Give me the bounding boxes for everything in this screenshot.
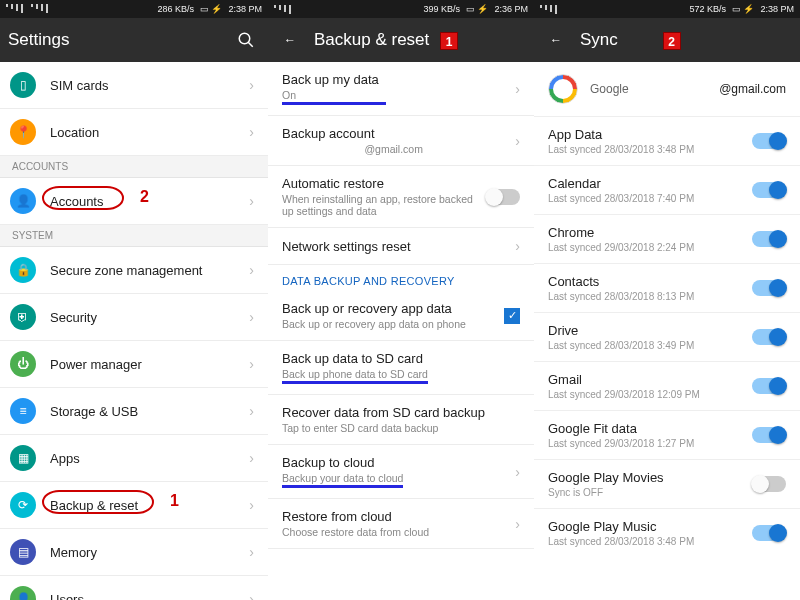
memory-icon: ▤ xyxy=(10,539,36,565)
back-icon[interactable]: ← xyxy=(276,26,304,54)
list-item-power[interactable]: ⏻Power manager› xyxy=(0,341,268,388)
item-sub: Back up or recovery app data on phone xyxy=(282,318,494,330)
item-backup-cloud[interactable]: Backup to cloud Backup your data to clou… xyxy=(268,445,534,499)
toggle-switch[interactable] xyxy=(752,133,786,149)
subheader-data-backup: DATA BACKUP AND RECOVERY xyxy=(268,265,534,291)
sync-item[interactable]: ChromeLast synced 29/03/2018 2:24 PM xyxy=(534,214,800,263)
storage-icon: ≡ xyxy=(10,398,36,424)
signal-icon xyxy=(274,5,292,14)
sync-item-label: Chrome xyxy=(548,225,742,240)
toggle-switch[interactable] xyxy=(752,476,786,492)
list-item-memory[interactable]: ▤Memory› xyxy=(0,529,268,576)
search-icon[interactable] xyxy=(232,26,260,54)
sync-item[interactable]: Google Fit dataLast synced 29/03/2018 1:… xyxy=(534,410,800,459)
item-label: SIM cards xyxy=(50,78,235,93)
battery-icon: ▭ ⚡ xyxy=(200,4,223,14)
back-icon[interactable]: ← xyxy=(542,26,570,54)
location-icon: 📍 xyxy=(10,119,36,145)
svg-line-1 xyxy=(248,42,253,47)
chevron-right-icon: › xyxy=(249,193,254,209)
net-speed: 572 KB/s xyxy=(689,4,726,14)
annotation-number: 1 xyxy=(170,492,179,510)
sync-item-label: Gmail xyxy=(548,372,742,387)
title-text: Sync xyxy=(580,30,618,49)
toggle-switch[interactable] xyxy=(752,329,786,345)
annotation-badge: 2 xyxy=(663,32,681,50)
sync-item-label: Google Play Music xyxy=(548,519,742,534)
toggle-switch[interactable] xyxy=(752,280,786,296)
chevron-right-icon: › xyxy=(249,497,254,513)
toggle-switch[interactable] xyxy=(752,378,786,394)
list-item-users[interactable]: 👤Users› xyxy=(0,576,268,600)
item-backup-account[interactable]: Backup account @gmail.com › xyxy=(268,116,534,166)
checkbox-checked[interactable]: ✓ xyxy=(504,308,520,324)
chevron-right-icon: › xyxy=(249,450,254,466)
sync-item-sub: Sync is OFF xyxy=(548,487,742,498)
item-automatic-restore[interactable]: Automatic restore When reinstalling an a… xyxy=(268,166,534,228)
sync-list: Google @gmail.com App DataLast synced 28… xyxy=(534,62,800,600)
sync-item[interactable]: CalendarLast synced 28/03/2018 7:40 PM xyxy=(534,165,800,214)
sync-item[interactable]: Google Play MusicLast synced 28/03/2018 … xyxy=(534,508,800,557)
sync-item[interactable]: GmailLast synced 29/03/2018 12:09 PM xyxy=(534,361,800,410)
item-label: Backup to cloud xyxy=(282,455,505,470)
list-item-backup[interactable]: ⟳Backup & reset›1 xyxy=(0,482,268,529)
screen-backup-reset: 399 KB/s ▭ ⚡ 2:36 PM ← Backup & reset 1 … xyxy=(268,0,534,600)
sync-item[interactable]: App DataLast synced 28/03/2018 3:48 PM xyxy=(534,116,800,165)
sync-item[interactable]: ContactsLast synced 28/03/2018 8:13 PM xyxy=(534,263,800,312)
google-logo-icon xyxy=(548,74,578,104)
account-email: @gmail.com xyxy=(719,82,786,96)
net-speed: 286 KB/s xyxy=(157,4,194,14)
item-backup-recovery-app-data[interactable]: Back up or recovery app data Back up or … xyxy=(268,291,534,341)
account-header[interactable]: Google @gmail.com xyxy=(534,62,800,116)
sync-item-sub: Last synced 28/03/2018 3:48 PM xyxy=(548,536,742,547)
chevron-right-icon: › xyxy=(249,403,254,419)
chevron-right-icon: › xyxy=(515,133,520,149)
list-item-apps[interactable]: ▦Apps› xyxy=(0,435,268,482)
list-item-secure-zone[interactable]: 🔒Secure zone management› xyxy=(0,247,268,294)
battery-icon: ▭ ⚡ xyxy=(732,4,755,14)
sync-item-sub: Last synced 28/03/2018 3:48 PM xyxy=(548,144,742,155)
signal-icon xyxy=(6,4,49,14)
chevron-right-icon: › xyxy=(249,262,254,278)
toggle-switch[interactable] xyxy=(752,427,786,443)
list-item-storage[interactable]: ≡Storage & USB› xyxy=(0,388,268,435)
chevron-right-icon: › xyxy=(515,81,520,97)
chevron-right-icon: › xyxy=(249,77,254,93)
sync-item-label: App Data xyxy=(548,127,742,142)
settings-list: ▯ SIM cards › 📍 Location › ACCOUNTS 👤 Ac… xyxy=(0,62,268,600)
shield-icon: ⛨ xyxy=(10,304,36,330)
sync-item-sub: Last synced 29/03/2018 2:24 PM xyxy=(548,242,742,253)
item-label: Back up data to SD card xyxy=(282,351,520,366)
list-item-sim[interactable]: ▯ SIM cards › xyxy=(0,62,268,109)
chevron-right-icon: › xyxy=(515,516,520,532)
item-label: Automatic restore xyxy=(282,176,476,191)
screen-settings: 286 KB/s ▭ ⚡ 2:38 PM Settings ▯ SIM card… xyxy=(0,0,268,600)
list-item-security[interactable]: ⛨Security› xyxy=(0,294,268,341)
toggle-switch[interactable] xyxy=(752,231,786,247)
item-sub: On xyxy=(282,89,505,105)
sync-item[interactable]: DriveLast synced 28/03/2018 3:49 PM xyxy=(534,312,800,361)
item-backup-sd[interactable]: Back up data to SD card Back up phone da… xyxy=(268,341,534,395)
sync-item[interactable]: Google Play MoviesSync is OFF xyxy=(534,459,800,508)
toggle-switch[interactable] xyxy=(752,525,786,541)
chevron-right-icon: › xyxy=(249,309,254,325)
item-backup-my-data[interactable]: Back up my data On › xyxy=(268,62,534,116)
item-sub: Choose restore data from cloud xyxy=(282,526,505,538)
toggle-switch[interactable] xyxy=(486,189,520,205)
list-item-location[interactable]: 📍 Location › xyxy=(0,109,268,156)
item-label: Users xyxy=(50,592,235,601)
item-label: Backup account xyxy=(282,126,505,141)
signal-icon xyxy=(540,5,558,14)
item-label: Secure zone management xyxy=(50,263,235,278)
annotation-badge: 1 xyxy=(440,32,458,50)
sync-item-sub: Last synced 28/03/2018 3:49 PM xyxy=(548,340,742,351)
item-recover-sd[interactable]: Recover data from SD card backup Tap to … xyxy=(268,395,534,445)
item-label: Restore from cloud xyxy=(282,509,505,524)
item-network-reset[interactable]: Network settings reset › xyxy=(268,228,534,265)
item-restore-cloud[interactable]: Restore from cloud Choose restore data f… xyxy=(268,499,534,549)
toggle-switch[interactable] xyxy=(752,182,786,198)
item-sub: Backup your data to cloud xyxy=(282,472,505,488)
sync-item-sub: Last synced 28/03/2018 7:40 PM xyxy=(548,193,742,204)
item-label: Back up or recovery app data xyxy=(282,301,494,316)
list-item-accounts[interactable]: 👤 Accounts › 2 xyxy=(0,178,268,225)
